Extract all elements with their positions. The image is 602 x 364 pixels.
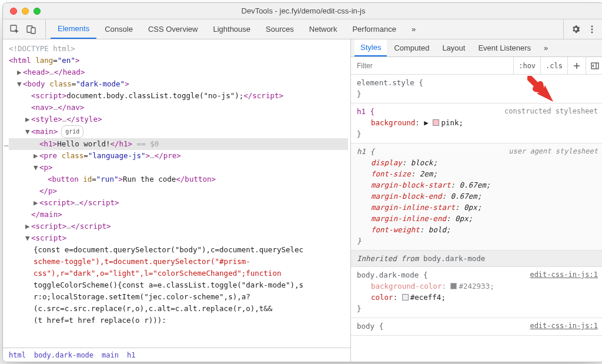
selected-node[interactable]: <h1>Hello world!</h1> == $0: [9, 138, 348, 150]
dom-tree[interactable]: <!DOCTYPE html> <html lang="en"> ▶<head>…: [3, 39, 350, 348]
styles-list: element.style { } constructed stylesheet…: [351, 75, 602, 362]
hov-toggle[interactable]: :hov: [513, 57, 540, 74]
rule-constructed[interactable]: constructed stylesheet h1 { background: …: [351, 103, 602, 143]
svg-rect-2: [31, 28, 35, 34]
window-title: DevTools - jec.fyi/demo/edit-css-in-js: [3, 6, 602, 15]
rule-body-darkmode[interactable]: edit-css-in-js:1 body.dark-mode { backgr…: [351, 267, 602, 318]
tab-sources[interactable]: Sources: [259, 19, 301, 39]
color-swatch-pink[interactable]: [433, 119, 439, 126]
filter-bar: :hov .cls: [351, 57, 602, 75]
inherited-from-header: Inherited from body.dark-mode: [351, 251, 602, 267]
rule-user-agent: user agent stylesheet h1 { display: bloc…: [351, 143, 602, 251]
expand-shorthand-icon[interactable]: ▶: [424, 118, 429, 127]
tab-lighthouse[interactable]: Lighthouse: [206, 19, 257, 39]
tab-css-overview[interactable]: CSS Overview: [141, 19, 205, 39]
crumb-main[interactable]: main: [102, 351, 119, 359]
tab-performance[interactable]: Performance: [345, 19, 403, 39]
inherited-from-link[interactable]: body.dark-mode: [423, 254, 485, 263]
color-swatch-light[interactable]: [402, 294, 409, 300]
origin-ua: user agent stylesheet: [509, 146, 598, 157]
tab-console[interactable]: Console: [98, 19, 140, 39]
new-style-rule-icon[interactable]: [567, 57, 586, 74]
device-toggle-icon[interactable]: [24, 22, 38, 36]
crumb-body[interactable]: body.dark-mode: [34, 351, 93, 359]
svg-point-5: [591, 31, 593, 33]
stylesheet-link-2[interactable]: edit-css-in-js:1: [530, 322, 598, 330]
crumb-html[interactable]: html: [9, 351, 26, 359]
more-styles-tabs[interactable]: »: [538, 39, 554, 56]
tab-layout[interactable]: Layout: [436, 39, 471, 56]
toggle-sidebar-icon[interactable]: [586, 57, 602, 74]
stylesheet-link[interactable]: edit-css-in-js:1: [530, 271, 598, 279]
tab-network[interactable]: Network: [302, 19, 345, 39]
kebab-menu-icon[interactable]: [585, 22, 599, 36]
crumb-h1[interactable]: h1: [127, 351, 135, 359]
tab-styles[interactable]: Styles: [354, 39, 387, 56]
tab-elements[interactable]: Elements: [51, 19, 96, 39]
tab-event-listeners[interactable]: Event Listeners: [472, 39, 537, 56]
titlebar: DevTools - jec.fyi/demo/edit-css-in-js: [3, 3, 602, 19]
tab-computed[interactable]: Computed: [388, 39, 435, 56]
styles-panel: Styles Computed Layout Event Listeners »…: [351, 39, 602, 362]
devtools-window: DevTools - jec.fyi/demo/edit-css-in-js E…: [2, 2, 602, 362]
origin-constructed: constructed stylesheet: [504, 106, 598, 117]
breadcrumb[interactable]: html body.dark-mode main h1: [3, 348, 350, 362]
svg-point-3: [591, 25, 593, 27]
rule-element-style[interactable]: element.style { }: [351, 75, 602, 103]
styles-filter-input[interactable]: [351, 57, 513, 74]
cls-toggle[interactable]: .cls: [540, 57, 567, 74]
main-tabs: Elements Console CSS Overview Lighthouse…: [46, 19, 563, 39]
doctype: <!DOCTYPE html>: [9, 44, 75, 53]
toolbar: Elements Console CSS Overview Lighthouse…: [3, 19, 602, 39]
rule-body[interactable]: edit-css-in-js:1 body {: [351, 318, 602, 336]
styles-tabs: Styles Computed Layout Event Listeners »: [351, 39, 602, 57]
gear-icon[interactable]: [568, 22, 583, 36]
more-tabs[interactable]: »: [404, 19, 423, 39]
color-swatch-dark[interactable]: [450, 283, 457, 289]
grid-badge[interactable]: grid: [61, 125, 83, 138]
inspect-element-icon[interactable]: [8, 22, 22, 36]
svg-point-4: [591, 28, 593, 30]
elements-panel: <!DOCTYPE html> <html lang="en"> ▶<head>…: [3, 39, 351, 362]
